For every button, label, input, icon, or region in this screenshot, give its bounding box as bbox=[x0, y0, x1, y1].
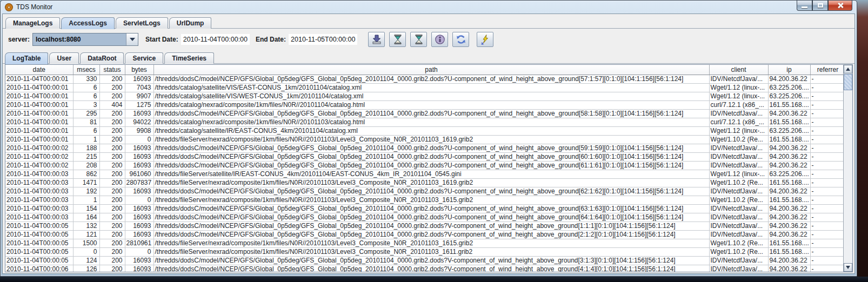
cell-bytes: 16093 bbox=[125, 161, 153, 170]
cell-status: 200 bbox=[99, 83, 125, 92]
cell-referrer: - bbox=[810, 213, 843, 221]
desktop-background: TDS Monitor ManageLogsAccessLogsServletL… bbox=[0, 0, 868, 282]
cell-path: /thredds/dodsC/model/NCEP/GFS/Global_0p5… bbox=[153, 161, 709, 170]
table-row[interactable]: 2010-11-04T00:00:0515002002810961/thredd… bbox=[5, 239, 843, 247]
table-row[interactable]: 2010-11-04T00:00:0314712002807837/thredd… bbox=[5, 178, 843, 187]
table-row[interactable]: 2010-11-04T00:00:0513220016093/thredds/d… bbox=[5, 221, 843, 230]
close-button[interactable] bbox=[828, 1, 852, 11]
scroll-up-button[interactable] bbox=[844, 65, 852, 73]
table-row[interactable]: 2010-11-04T00:00:0162007043/thredds/cata… bbox=[5, 83, 843, 92]
cell-client: Wget/1.10.2 (Re... bbox=[709, 196, 768, 204]
table-row[interactable]: 2010-11-04T00:00:0502000/thredds/fileSer… bbox=[5, 247, 843, 256]
cell-status: 200 bbox=[99, 196, 125, 204]
tab-dataroot[interactable]: DataRoot bbox=[80, 52, 124, 64]
maximize-button[interactable] bbox=[812, 1, 828, 11]
cell-msecs: 81 bbox=[73, 118, 99, 126]
scroll-down-button[interactable] bbox=[844, 263, 852, 272]
arrow-down-icon bbox=[846, 266, 850, 269]
table-row[interactable]: 2010-11-04T00:00:0133020016093/thredds/d… bbox=[5, 75, 843, 83]
cell-date: 2010-11-04T00:00:02 bbox=[5, 161, 73, 170]
cell-date: 2010-11-04T00:00:01 bbox=[5, 135, 73, 144]
tab-managelogs[interactable]: ManageLogs bbox=[5, 17, 60, 29]
cell-status: 200 bbox=[99, 187, 125, 196]
table-row[interactable]: 2010-11-04T00:00:0221520016093/thredds/d… bbox=[5, 152, 843, 161]
table-row[interactable]: 2010-11-04T00:00:0316420016093/thredds/d… bbox=[5, 213, 843, 221]
column-header-referrer[interactable]: referrer bbox=[810, 65, 843, 75]
table-row[interactable]: 2010-11-04T00:00:0112000/thredds/fileSer… bbox=[5, 135, 843, 144]
cell-msecs: 6 bbox=[73, 83, 99, 92]
close-icon bbox=[837, 2, 844, 9]
info-button[interactable] bbox=[431, 32, 448, 47]
tab-servletlogs[interactable]: ServletLogs bbox=[116, 17, 168, 29]
cell-path: /thredds/dodsC/model/NCEP/GFS/Global_0p5… bbox=[153, 152, 709, 161]
cell-referrer: - bbox=[810, 221, 843, 230]
table-row[interactable]: 2010-11-04T00:00:0162009907/thredds/cata… bbox=[5, 92, 843, 100]
wait-start-button[interactable] bbox=[389, 32, 406, 47]
save-button[interactable] bbox=[368, 32, 385, 47]
cell-status: 200 bbox=[99, 239, 125, 247]
execute-button[interactable] bbox=[477, 32, 493, 47]
lightning-icon bbox=[480, 34, 491, 45]
tab-service[interactable]: Service bbox=[125, 52, 163, 64]
cell-client: Wget/1.10.2 (Re... bbox=[709, 135, 768, 144]
cell-path: /thredds/dodsC/model/NCEP/GFS/Global_0p5… bbox=[153, 144, 709, 152]
table-row[interactable]: 2010-11-04T00:00:0315420016093/thredds/d… bbox=[5, 204, 843, 213]
cell-path: /thredds/catalog/satellite/VIS/WEST-CONU… bbox=[153, 92, 709, 100]
minimize-button[interactable] bbox=[797, 1, 812, 11]
table-row[interactable]: 2010-11-04T00:00:0218820016093/thredds/d… bbox=[5, 144, 843, 152]
cell-msecs: 124 bbox=[73, 256, 99, 265]
column-header-bytes[interactable]: bytes bbox=[125, 65, 153, 75]
cell-path: /thredds/dodsC/model/NCEP/GFS/Global_0p5… bbox=[153, 256, 709, 265]
vertical-scrollbar[interactable] bbox=[843, 65, 852, 272]
table-row[interactable]: 2010-11-04T00:00:0319220016093/thredds/d… bbox=[5, 187, 843, 196]
cell-path: /thredds/fileServer/satellite/IR/EAST-CO… bbox=[153, 170, 709, 178]
cell-path: /thredds/fileServer/nexrad/composite/1km… bbox=[153, 178, 709, 187]
combobox-arrow-button[interactable] bbox=[126, 33, 138, 45]
tab-accesslogs[interactable]: AccessLogs bbox=[61, 17, 115, 29]
tab-urldump[interactable]: UrlDump bbox=[169, 17, 212, 29]
cell-bytes: 16093 bbox=[125, 265, 153, 272]
cell-bytes: 94022 bbox=[125, 118, 153, 126]
cell-msecs: 6 bbox=[73, 126, 99, 135]
cell-referrer: - bbox=[810, 144, 843, 152]
cell-status: 200 bbox=[99, 247, 125, 256]
column-header-client[interactable]: client bbox=[709, 65, 768, 75]
cell-date: 2010-11-04T00:00:03 bbox=[5, 178, 73, 187]
end-date-field[interactable]: 2010-11-05T00:00:00 bbox=[289, 34, 357, 45]
title-bar[interactable]: TDS Monitor bbox=[1, 1, 857, 14]
refresh-icon bbox=[456, 34, 466, 45]
cell-referrer: - bbox=[810, 239, 843, 247]
column-header-path[interactable]: path bbox=[153, 65, 709, 75]
tab-user[interactable]: User bbox=[49, 52, 79, 64]
table-row[interactable]: 2010-11-04T00:00:018120094022/thredds/ca… bbox=[5, 118, 843, 126]
column-header-status[interactable]: status bbox=[99, 65, 125, 75]
tab-logtable[interactable]: LogTable bbox=[5, 52, 48, 64]
server-combobox[interactable]: localhost:8080 bbox=[32, 33, 138, 46]
column-header-ip[interactable]: ip bbox=[768, 65, 810, 75]
refresh-button[interactable] bbox=[452, 32, 469, 47]
table-row[interactable]: 2010-11-04T00:00:0162009908/thredds/cata… bbox=[5, 126, 843, 135]
wait-stop-button[interactable] bbox=[410, 32, 427, 47]
table-row[interactable]: 2010-11-04T00:00:03862200961060/thredds/… bbox=[5, 170, 843, 178]
table-row[interactable]: 2010-11-04T00:00:0512420016093/thredds/d… bbox=[5, 256, 843, 265]
table-row[interactable]: 2010-11-04T00:00:0512120016093/thredds/d… bbox=[5, 230, 843, 239]
cell-path: /thredds/dodsC/model/NCEP/GFS/Global_0p5… bbox=[153, 109, 709, 118]
start-date-field[interactable]: 2010-11-04T00:00:00 bbox=[181, 34, 250, 45]
cell-client: curl/7.12.1 (x86_... bbox=[709, 100, 768, 109]
table-row[interactable]: 2010-11-04T00:00:0220820016093/thredds/d… bbox=[5, 161, 843, 170]
table-row[interactable]: 2010-11-04T00:00:0134041275/thredds/cata… bbox=[5, 100, 843, 109]
scrollbar-thumb[interactable] bbox=[844, 74, 852, 90]
cell-date: 2010-11-04T00:00:03 bbox=[5, 187, 73, 196]
toolbar: server: localhost:8080 Start Date: 2010-… bbox=[3, 29, 854, 49]
column-header-msecs[interactable]: msecs bbox=[73, 65, 99, 75]
cell-date: 2010-11-04T00:00:03 bbox=[5, 213, 73, 221]
table-row[interactable]: 2010-11-04T00:00:0612620016093/thredds/d… bbox=[5, 265, 843, 272]
cell-status: 200 bbox=[99, 178, 125, 187]
tab-timeseries[interactable]: TimeSeries bbox=[164, 52, 214, 64]
cell-status: 200 bbox=[99, 75, 125, 83]
table-row[interactable]: 2010-11-04T00:00:0312000/thredds/fileSer… bbox=[5, 196, 843, 204]
table-row[interactable]: 2010-11-04T00:00:0129520016093/thredds/d… bbox=[5, 109, 843, 118]
cell-status: 200 bbox=[99, 92, 125, 100]
cell-date: 2010-11-04T00:00:01 bbox=[5, 83, 73, 92]
column-header-date[interactable]: date bbox=[5, 65, 73, 75]
